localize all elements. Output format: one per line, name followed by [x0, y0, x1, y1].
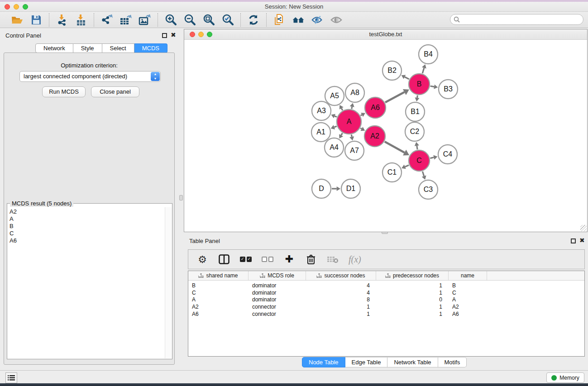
function-builder-icon: f(x) — [349, 254, 361, 265]
export-network-icon[interactable] — [100, 14, 113, 26]
vertical-splitter-grip[interactable] — [179, 195, 183, 200]
close-window-button[interactable] — [5, 4, 10, 10]
table-panel-mode-icon[interactable] — [218, 253, 230, 265]
tab-motifs[interactable]: Motifs — [438, 357, 467, 367]
edge-A2-C[interactable] — [385, 142, 405, 152]
table-row[interactable]: Adominator80A — [188, 296, 584, 303]
cell-MCDS-role: dominator — [249, 282, 306, 289]
edge-B-B1[interactable] — [417, 95, 418, 98]
refresh-icon[interactable] — [247, 14, 260, 26]
zoom-fit-icon[interactable] — [202, 14, 215, 26]
graph-node-label: B3 — [444, 85, 453, 93]
export-table-icon[interactable] — [120, 14, 132, 26]
tab-style[interactable]: Style — [73, 43, 102, 53]
control-panel-title: Control Panel — [5, 32, 41, 39]
mcds-result-scrollbar[interactable] — [165, 207, 172, 358]
mcds-result-title: MCDS result (5 nodes) — [10, 200, 73, 207]
table-row[interactable]: Cdominator41C — [188, 289, 584, 296]
mcds-result-item[interactable]: A — [10, 215, 165, 223]
column-header-predecessor-nodes[interactable]: predecessor nodes — [376, 271, 449, 280]
column-header-name[interactable]: name — [449, 271, 487, 280]
network-zoom-button[interactable] — [207, 32, 212, 37]
table-row[interactable]: Bdominator41B — [188, 282, 584, 289]
edge-A-A6[interactable] — [361, 115, 362, 116]
memory-button[interactable]: Memory — [546, 372, 584, 383]
mcds-result-item[interactable]: A6 — [10, 237, 165, 244]
run-mcds-button[interactable]: Run MCDS — [42, 86, 86, 97]
column-type-icon — [260, 273, 265, 278]
zoom-in-icon[interactable] — [164, 14, 177, 26]
tab-node-table[interactable]: Node Table — [302, 357, 345, 367]
edge-C-C3[interactable] — [422, 172, 424, 176]
zoom-out-icon[interactable] — [183, 14, 196, 26]
column-header-successor-nodes[interactable]: successor nodes — [306, 271, 376, 280]
control-panel-float-icon[interactable] — [162, 33, 167, 38]
graph-node-label: A8 — [350, 89, 359, 96]
tab-network[interactable]: Network — [35, 43, 73, 53]
edge-A-A2[interactable] — [360, 128, 362, 129]
search-input[interactable] — [450, 14, 583, 25]
edge-A-A1[interactable] — [334, 126, 336, 127]
list-icon — [8, 375, 15, 381]
zoom-window-button[interactable] — [23, 4, 28, 10]
column-header-MCDS-role[interactable]: MCDS role — [249, 271, 306, 280]
edge-A-A3[interactable] — [335, 116, 337, 117]
edge-B-B2[interactable] — [405, 77, 409, 79]
edge-C-C4[interactable] — [430, 157, 434, 158]
edge-C-C2[interactable] — [417, 146, 417, 149]
table-row[interactable]: A2connector11A2 — [188, 303, 584, 310]
first-neighbors-icon[interactable] — [292, 14, 305, 26]
edge-A6-B[interactable] — [385, 92, 404, 102]
clone-network-icon[interactable] — [273, 14, 286, 26]
column-header-shared-name[interactable]: shared name — [188, 271, 249, 280]
desktop-strip-bottom — [0, 383, 588, 386]
export-image-icon[interactable] — [139, 14, 151, 26]
tab-edge-table[interactable]: Edge Table — [345, 357, 388, 367]
network-minimize-button[interactable] — [198, 32, 204, 37]
tab-mcds[interactable]: MCDS — [134, 43, 167, 53]
network-graph[interactable]: ABCA6A2A5A8A3A1A4A7B4B2B3B1C2C4C1C3DD1 — [184, 40, 587, 232]
open-session-icon[interactable] — [11, 14, 24, 26]
cell-name: C — [449, 289, 487, 296]
network-resize-grip-icon[interactable] — [580, 225, 587, 231]
node-table-header: shared nameMCDS rolesuccessor nodesprede… — [188, 271, 584, 281]
mcds-result-item[interactable]: A2 — [10, 208, 165, 215]
cell-successor-nodes: 1 — [306, 310, 376, 318]
edge-A-A4[interactable] — [341, 133, 343, 135]
import-network-icon[interactable] — [56, 14, 68, 26]
save-session-icon[interactable] — [30, 14, 43, 26]
control-panel-close-icon[interactable]: ✖ — [171, 33, 176, 38]
cell-successor-nodes: 4 — [306, 289, 376, 296]
mcds-result-item[interactable]: B — [10, 223, 165, 230]
cell-successor-nodes: 8 — [306, 296, 376, 303]
table-row[interactable]: A6connector11A6 — [188, 310, 584, 318]
mcds-result-list[interactable]: A2ABCA6 — [8, 207, 165, 358]
close-panel-button[interactable]: Close panel — [91, 86, 139, 97]
criterion-select[interactable]: largest connected component (directed) ▲… — [19, 71, 161, 82]
edge-C-C1[interactable] — [405, 165, 409, 167]
hide-others-icon[interactable] — [311, 14, 324, 26]
table-settings-gear-icon[interactable]: ⚙ — [196, 253, 208, 265]
task-history-button[interactable] — [5, 372, 17, 383]
table-panel-close-icon[interactable]: ✖ — [579, 238, 585, 243]
network-window-titlebar[interactable]: testGlobe.txt — [184, 29, 587, 40]
network-close-button[interactable] — [190, 32, 195, 37]
tab-select[interactable]: Select — [102, 43, 134, 53]
tab-network-table[interactable]: Network Table — [387, 357, 438, 367]
edge-A-A5[interactable] — [341, 108, 342, 110]
zoom-selected-icon[interactable] — [221, 14, 234, 26]
mcds-panel: Optimization criterion: largest connecte… — [4, 52, 175, 365]
minimize-window-button[interactable] — [14, 4, 19, 10]
mcds-result-item[interactable]: C — [10, 230, 165, 237]
edge-B-B3[interactable] — [430, 86, 434, 86]
edge-A-A7[interactable] — [351, 135, 352, 137]
table-panel-float-icon[interactable] — [571, 238, 576, 243]
add-column-icon[interactable]: ✚ — [283, 253, 295, 265]
select-all-columns-icon[interactable] — [240, 253, 252, 265]
delete-column-icon[interactable] — [305, 253, 317, 265]
import-table-icon[interactable] — [75, 14, 87, 26]
edge-A-A8[interactable] — [352, 107, 352, 109]
deselect-all-columns-icon[interactable] — [262, 253, 273, 265]
network-canvas[interactable]: ABCA6A2A5A8A3A1A4A7B4B2B3B1C2C4C1C3DD1 — [184, 40, 587, 232]
edge-B-B4[interactable] — [422, 68, 424, 73]
